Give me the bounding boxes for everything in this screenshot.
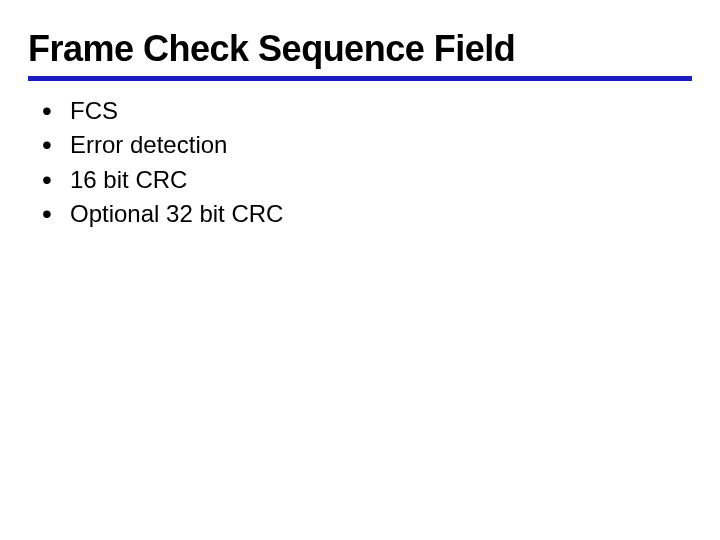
list-item: • Error detection: [42, 129, 692, 161]
bullet-text: Optional 32 bit CRC: [66, 198, 283, 230]
bullet-icon: •: [42, 164, 66, 196]
bullet-icon: •: [42, 198, 66, 230]
slide-title: Frame Check Sequence Field: [28, 28, 692, 81]
bullet-icon: •: [42, 129, 66, 161]
bullet-text: FCS: [66, 95, 118, 127]
bullet-icon: •: [42, 95, 66, 127]
bullet-text: Error detection: [66, 129, 227, 161]
list-item: • FCS: [42, 95, 692, 127]
list-item: • 16 bit CRC: [42, 164, 692, 196]
bullet-list: • FCS • Error detection • 16 bit CRC • O…: [28, 95, 692, 231]
bullet-text: 16 bit CRC: [66, 164, 187, 196]
list-item: • Optional 32 bit CRC: [42, 198, 692, 230]
